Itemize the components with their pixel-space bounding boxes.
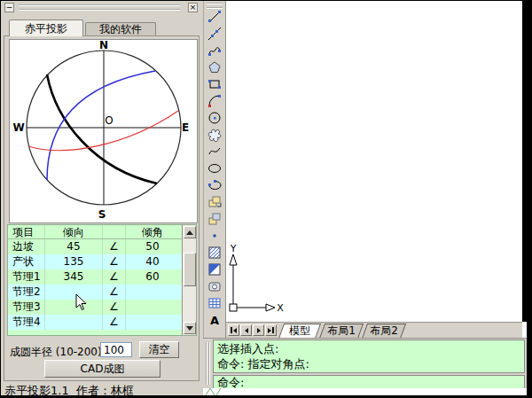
radius-input[interactable] xyxy=(100,342,132,357)
insert-block-tool-button[interactable] xyxy=(207,195,223,210)
next-tab-button[interactable] xyxy=(253,324,264,336)
table-tool-button[interactable] xyxy=(207,296,223,311)
row-item-label: 节理2 xyxy=(8,285,45,300)
tab-layout1[interactable]: 布局1 xyxy=(319,324,364,339)
minimize-button[interactable]: − xyxy=(4,3,14,12)
revision-cloud-tool-button[interactable] xyxy=(207,128,223,143)
tab-layout2[interactable]: 布局2 xyxy=(362,324,406,339)
revision-cloud-icon xyxy=(207,128,222,142)
slope-great-circle-arc xyxy=(47,74,157,183)
command-window-grip[interactable] xyxy=(206,342,210,385)
command-window: 选择插入点: 命令: 指定对角点: 命令: xyxy=(203,338,527,388)
drawing-canvas[interactable]: Y X xyxy=(226,1,522,322)
prev-tab-button[interactable] xyxy=(240,324,252,336)
circle-tool-button[interactable] xyxy=(207,111,223,126)
resize-grip-marks xyxy=(205,388,226,395)
construction-line-tool-button[interactable] xyxy=(207,27,223,42)
command-history-line: 选择插入点: xyxy=(217,341,520,356)
dip-angle-cell[interactable]: 60 xyxy=(126,269,179,285)
dip-angle-cell[interactable] xyxy=(126,285,179,300)
table-scrollbar[interactable] xyxy=(182,225,196,335)
header-angle-spacer xyxy=(103,225,126,238)
panel-titlebar[interactable]: − × xyxy=(3,3,200,13)
dip-angle-cell[interactable] xyxy=(126,300,179,315)
rectangle-icon xyxy=(207,77,222,91)
stereonet-plugin-panel: − × 赤平投影 我的软件 N S W E O xyxy=(1,1,203,395)
dip-angle-cell[interactable]: 40 xyxy=(126,254,179,269)
command-history[interactable]: 选择插入点: 命令: 指定对角点: xyxy=(213,339,525,373)
ellipse-tool-button[interactable] xyxy=(207,161,223,176)
gradient-tool-button[interactable] xyxy=(207,262,223,277)
tab-my-software[interactable]: 我的软件 xyxy=(85,22,156,36)
angle-icon: ∠ xyxy=(103,285,126,300)
north-label: N xyxy=(99,40,108,51)
stereonet-plot: N S W E O xyxy=(9,39,198,223)
scroll-up-icon xyxy=(186,230,193,235)
dip-direction-cell[interactable] xyxy=(45,315,103,330)
rectangle-tool-button[interactable] xyxy=(207,77,223,92)
point-icon xyxy=(207,229,222,243)
spline-tool-button[interactable] xyxy=(207,144,223,160)
south-label: S xyxy=(98,208,106,221)
scroll-down-button[interactable] xyxy=(184,322,196,334)
polyline-tool-button[interactable] xyxy=(207,43,223,59)
hatch-tool-button[interactable] xyxy=(207,246,223,261)
tab-model[interactable]: 模型 xyxy=(278,324,321,339)
east-label: E xyxy=(182,121,189,134)
point-tool-button[interactable] xyxy=(207,229,223,244)
last-bar-icon xyxy=(272,327,274,333)
app-window: − × 赤平投影 我的软件 N S W E O xyxy=(0,0,532,398)
cad-plot-button[interactable]: CAD成图 xyxy=(44,360,160,378)
insert-block-icon xyxy=(207,195,222,209)
angle-icon: ∠ xyxy=(103,315,126,330)
line-tool-button[interactable] xyxy=(207,10,223,25)
angle-icon: ∠ xyxy=(103,254,126,269)
first-bar-icon xyxy=(231,327,232,333)
circle-icon xyxy=(207,111,222,125)
make-block-tool-button[interactable] xyxy=(207,212,223,227)
close-button[interactable]: × xyxy=(188,3,198,12)
region-tool-button[interactable] xyxy=(207,279,223,294)
center-label: O xyxy=(105,114,113,127)
polygon-icon xyxy=(207,60,222,74)
first-arrow-icon xyxy=(233,328,237,333)
dip-angle-cell[interactable]: 50 xyxy=(126,239,179,254)
dip-direction-cell[interactable]: 45 xyxy=(45,239,103,254)
arc-tool-button[interactable] xyxy=(207,94,223,109)
dip-angle-cell[interactable] xyxy=(126,315,179,330)
header-item: 项目 xyxy=(8,225,45,238)
angle-icon: ∠ xyxy=(103,300,126,315)
last-tab-button[interactable] xyxy=(265,324,277,336)
row-item-label: 节理3 xyxy=(8,300,45,315)
multiline-text-tool-button[interactable]: A xyxy=(207,313,223,328)
region-icon xyxy=(207,279,222,293)
table-header-row: 项目 倾向 倾角 xyxy=(8,225,196,239)
svg-text:A: A xyxy=(210,314,219,327)
ellipse-arc-icon xyxy=(207,178,222,192)
first-tab-button[interactable] xyxy=(228,324,239,336)
ucs-x-label: X xyxy=(277,302,284,314)
scroll-thumb[interactable] xyxy=(184,253,196,286)
titlebar-grip[interactable] xyxy=(19,4,180,11)
dip-direction-cell[interactable]: 345 xyxy=(45,269,103,285)
table-row-slope: 边坡 45 ∠ 50 xyxy=(8,239,196,254)
tab-stereographic-projection[interactable]: 赤平投影 xyxy=(9,20,83,36)
angle-icon: ∠ xyxy=(103,269,126,285)
row-item-label: 产状 xyxy=(8,254,45,269)
dip-direction-cell[interactable] xyxy=(45,300,103,315)
row-item-label: 节理4 xyxy=(8,315,45,330)
scroll-down-icon xyxy=(186,326,193,331)
dip-direction-cell[interactable] xyxy=(45,285,103,300)
row-item-label: 边坡 xyxy=(8,239,45,254)
scroll-up-button[interactable] xyxy=(184,226,196,238)
clear-button[interactable]: 清空 xyxy=(139,341,179,358)
command-prompt-line[interactable]: 命令: xyxy=(213,375,525,389)
spline-icon xyxy=(207,144,222,159)
gradient-icon xyxy=(207,262,222,277)
attitude-table: 项目 倾向 倾角 边坡 45 ∠ 50 产状 135 ∠ 40 节理1 345 … xyxy=(7,224,197,336)
command-prompt-text: 命令: xyxy=(217,377,520,388)
toolbar-grip[interactable] xyxy=(207,3,223,9)
ellipse-arc-tool-button[interactable] xyxy=(207,178,223,193)
polygon-tool-button[interactable] xyxy=(207,60,223,75)
dip-direction-cell[interactable]: 135 xyxy=(45,254,103,269)
